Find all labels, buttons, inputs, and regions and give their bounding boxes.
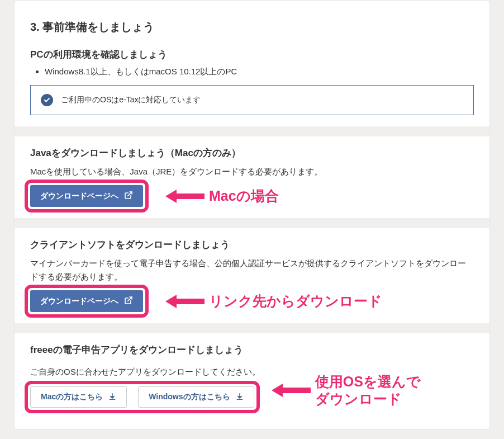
pc-env-list: Windows8.1以上、もしくはmacOS 10.12以上のPC [30, 67, 474, 77]
external-link-icon [124, 191, 133, 201]
arrow-icon [272, 382, 311, 399]
client-title: クライアントソフトをダウンロードしましょう [30, 238, 474, 251]
section-divider [15, 323, 489, 333]
client-highlight: ダウンロードページへ [30, 290, 143, 312]
main-title: 3. 事前準備をしましょう [15, 11, 489, 38]
check-circle-icon [41, 94, 53, 106]
java-title: Javaをダウンロードしましょう（Macの方のみ） [30, 147, 474, 159]
section-divider [15, 218, 489, 228]
external-link-icon [124, 296, 133, 306]
windows-download-button[interactable]: Windowsの方はこちら [138, 386, 254, 408]
mac-download-label: Macの方はこちら [41, 392, 103, 402]
java-desc: Macを使用している場合、Java（JRE）をダウンロードする必要があります。 [30, 165, 474, 178]
freee-desc: ご自身のOSに合わせたアプリをダウンロードしてください。 [30, 365, 260, 379]
freee-highlight: Macの方はこちら Windowsの方はこちら [30, 386, 254, 408]
freee-title: freeeの電子申告アプリをダウンロードしましょう [30, 343, 474, 356]
pc-env-item: Windows8.1以上、もしくはmacOS 10.12以上のPC [45, 67, 474, 77]
java-highlight: ダウンロードページへ [30, 185, 143, 207]
download-icon [236, 393, 244, 402]
os-status-text: ご利用中のOSはe-Taxに対応しています [61, 95, 201, 105]
annotation-link: リンク先からダウンロード [209, 292, 382, 310]
os-status-box: ご利用中のOSはe-Taxに対応しています [30, 85, 474, 115]
mac-download-button[interactable]: Macの方はこちら [30, 386, 127, 408]
annotation-mac: Macの場合 [209, 187, 279, 205]
pc-env-title: PCの利用環境を確認しましょう [30, 48, 474, 61]
java-download-button[interactable]: ダウンロードページへ [30, 185, 143, 207]
java-download-label: ダウンロードページへ [40, 191, 118, 201]
annotation-os: 使用OSを選んで ダウンロード [315, 373, 421, 408]
arrow-icon [165, 293, 205, 310]
client-download-label: ダウンロードページへ [40, 296, 118, 306]
arrow-icon [165, 188, 205, 205]
section-divider [15, 126, 489, 136]
client-download-button[interactable]: ダウンロードページへ [30, 290, 143, 312]
client-desc: マイナンバーカードを使って電子申告する場合、公的個人認証サービスが提供するクライ… [30, 257, 474, 284]
download-icon [108, 393, 116, 402]
windows-download-label: Windowsの方はこちら [149, 392, 230, 402]
svg-line-0 [128, 192, 132, 196]
svg-line-1 [128, 297, 132, 301]
